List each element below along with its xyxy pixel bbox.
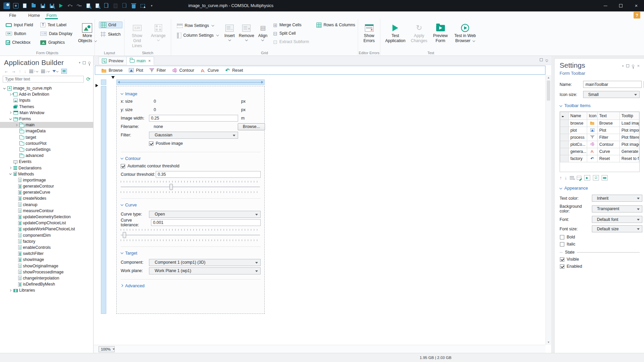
move-up-icon[interactable]: ↑ [19,69,21,74]
apply-changes-button[interactable]: ↻ ApplyChanges [410,22,428,50]
appearance-header[interactable]: Appearance [560,186,640,191]
filter-toolbar-button[interactable]: Filter [147,67,169,73]
redo-icon[interactable]: ↷ ▾ [76,3,82,9]
grid-mode-button[interactable]: Grid [99,22,122,28]
tree-item[interactable]: Events [0,159,93,165]
column-header[interactable]: Text [598,112,620,120]
grid-row-header[interactable] [101,86,106,314]
tree-item[interactable]: enableControls [0,244,93,251]
panel-menu-icon[interactable]: ▾ [79,61,80,64]
add-separator-icon[interactable] [602,175,608,180]
undo-icon[interactable]: ↶ ▾ [67,3,73,9]
contour-threshold-slider[interactable] [121,180,260,194]
toolbar-items-table[interactable]: ▸▸ Name Icon Text Tooltip browse BrowseL… [560,111,640,172]
expander[interactable] [8,112,12,113]
open-icon[interactable] [31,3,37,9]
slider-handle[interactable] [123,232,126,238]
tree-item[interactable]: contourPlot [0,140,93,146]
font-select[interactable]: Default font [592,216,642,223]
column-settings-button[interactable]: Column Settings [175,32,220,39]
plot-toolbar-button[interactable]: Plot [126,67,146,73]
table-row[interactable]: factory ↶ ResetReset to fact... [560,155,639,162]
tree-item[interactable]: Add-in Definition [0,91,93,97]
split-cell-button[interactable]: ⊟Split Cell [271,30,311,37]
close-icon[interactable]: × [629,0,644,11]
merge-cells-button[interactable]: ⊞Merge Cells [271,22,311,28]
contour-threshold-input[interactable] [156,171,261,178]
tab-file[interactable]: File [9,11,16,19]
expander[interactable] [8,173,12,175]
edit-item-icon[interactable] [577,176,581,180]
tree-item-selected[interactable]: main [0,122,93,128]
tab-form[interactable]: Form [46,11,56,19]
tree-item[interactable]: Inputs [0,97,93,103]
tree-item[interactable]: cleanup [0,202,93,208]
expander[interactable] [2,88,6,89]
add-toggle-item-icon[interactable]: ☑ [593,175,599,180]
table-row[interactable]: genera... CurveGenerate cur... [560,148,639,155]
copy-icon[interactable] [103,3,109,9]
sketch-mode-button[interactable]: Sketch [99,31,122,38]
image-width-input[interactable] [149,115,238,122]
scroll-down-icon[interactable]: ▼ [547,341,550,344]
tree-item[interactable]: isDefinedByMesh [0,281,93,287]
save-icon[interactable] [40,3,46,9]
italic-checkbox[interactable] [560,242,564,246]
section-curve-header[interactable]: Curve [121,201,261,208]
customize-toolbar-icon[interactable]: ▾ [149,3,155,9]
text-color-select[interactable]: Inherit [592,195,642,202]
minimize-ribbon-icon[interactable] [545,59,548,60]
run-icon[interactable] [58,3,64,9]
comsol-app-icon[interactable] [3,2,10,9]
text-label-button[interactable]: TText Label [39,22,74,28]
section-target-header[interactable]: Target [121,250,261,256]
arrange-button[interactable]: Arrange [150,22,167,50]
tree-item[interactable]: target [0,134,93,140]
curve-toolbar-button[interactable]: Curve [197,67,221,73]
paste-icon[interactable] [112,3,118,9]
tree-item[interactable]: switchFilter [0,251,93,257]
grid-column-header[interactable] [116,79,265,85]
show-in-model-builder-icon[interactable] [61,69,67,74]
table-row[interactable]: plot PlotPlot importe... [560,127,639,134]
curve-type-select[interactable]: Open [149,211,261,218]
tree-item[interactable]: Main Window [0,110,93,116]
visible-checkbox[interactable] [560,257,564,262]
work-plane-select[interactable]: Work Plane 1 (wp1) [149,267,261,274]
preview-form-button[interactable]: PreviewForm [432,22,449,50]
tree-item[interactable]: showOriginalImage [0,263,93,269]
table-row[interactable]: browse BrowseLoad image... [560,120,639,127]
show-grid-lines-button[interactable]: 1.23 ShowGrid Lines [128,22,146,50]
preview-find-icon[interactable] [85,3,91,9]
data-display-button[interactable]: 1.23Data Display [39,30,74,37]
tree-item[interactable]: imageData [0,128,93,134]
auto-threshold-checkbox[interactable] [121,164,125,168]
reset-toolbar-button[interactable]: ↶ Reset [222,67,245,73]
name-input[interactable] [583,81,642,88]
graphics-button[interactable]: Graphics [39,39,74,46]
add-item-icon[interactable]: ▶ [584,175,590,180]
expander[interactable] [8,167,12,169]
close-tab-icon[interactable]: × [148,58,151,63]
form-canvas[interactable]: Image x: size0px y: size0px Image width:… [94,75,545,345]
maximize-icon[interactable] [613,0,629,11]
move-down-icon[interactable]: ↓ [24,69,27,74]
filter-icon[interactable] [52,70,58,72]
scroll-thumb[interactable] [547,80,550,101]
canvas-vertical-scrollbar[interactable]: ▲ ▼ [545,75,551,345]
settings-menu-icon[interactable]: ▾ [622,64,624,68]
extract-subform-button[interactable]: ⊡Extract Subform [271,38,311,45]
duplicate-icon[interactable] [121,3,127,9]
column-header[interactable]: Tooltip [620,112,639,120]
section-image-header[interactable]: Image [121,90,261,97]
table-row[interactable]: process FilterPlot filtered i... [560,134,639,141]
slider-handle[interactable] [169,184,173,190]
settings-pin-icon[interactable] [632,65,634,67]
tree-item[interactable]: changeInterpolation [0,275,93,281]
forward-icon[interactable]: → [11,69,16,74]
checkbox-button[interactable]: Checkbox [4,39,35,46]
more-objects-button[interactable]: More Objects [78,22,97,50]
tree-item[interactable]: componentDim [0,232,93,238]
tree-item[interactable]: importImage [0,177,93,183]
tab-home[interactable]: Home [28,11,40,19]
